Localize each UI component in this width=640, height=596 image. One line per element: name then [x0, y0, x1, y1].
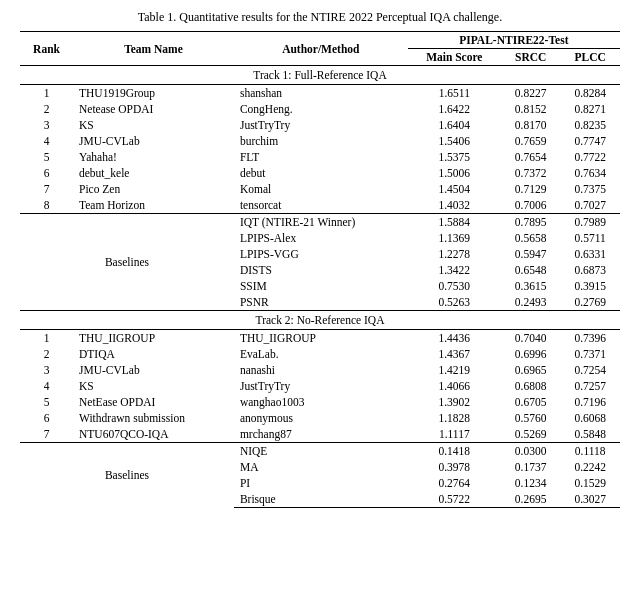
section-header-row: Track 2: No-Reference IQA	[20, 311, 620, 330]
pipal-header: PIPAL-NTIRE22-Test	[408, 32, 620, 49]
table-cell: 0.7396	[560, 330, 620, 347]
table-row: 5Yahaha!FLT1.53750.76540.7722	[20, 149, 620, 165]
table-cell: Pico Zen	[73, 181, 234, 197]
table-cell: Komal	[234, 181, 408, 197]
table-cell: 1.5406	[408, 133, 501, 149]
table-cell: 0.6873	[560, 262, 620, 278]
table-row: 1THU_IIGROUPTHU_IIGROUP1.44360.70400.739…	[20, 330, 620, 347]
table-cell: 0.7040	[501, 330, 561, 347]
table-cell: NetEase OPDAI	[73, 394, 234, 410]
table-cell: NIQE	[234, 443, 408, 460]
table-cell: 1.4504	[408, 181, 501, 197]
table-cell: 3	[20, 117, 73, 133]
table-cell: 1.3902	[408, 394, 501, 410]
table-cell: 0.5269	[501, 426, 561, 443]
table-cell: Yahaha!	[73, 149, 234, 165]
table-cell: DTIQA	[73, 346, 234, 362]
table-cell: 6	[20, 165, 73, 181]
results-table: Rank Team Name Author/Method PIPAL-NTIRE…	[20, 31, 620, 508]
table-cell: 0.2769	[560, 294, 620, 311]
table-cell: 0.2695	[501, 491, 561, 508]
table-cell: 1.6511	[408, 85, 501, 102]
table-cell: 0.8152	[501, 101, 561, 117]
table-cell: 0.7530	[408, 278, 501, 294]
table-cell: 0.2764	[408, 475, 501, 491]
table-cell: 1	[20, 85, 73, 102]
baselines-label: Baselines	[20, 214, 234, 311]
table-row: 4JMU-CVLabburchim1.54060.76590.7747	[20, 133, 620, 149]
table-cell: mrchang87	[234, 426, 408, 443]
rank-header: Rank	[20, 32, 73, 66]
table-cell: 0.7006	[501, 197, 561, 214]
main-score-header: Main Score	[408, 49, 501, 66]
table-cell: 7	[20, 426, 73, 443]
section-label: Track 2: No-Reference IQA	[20, 311, 620, 330]
table-cell: 0.2242	[560, 459, 620, 475]
table-body: Track 1: Full-Reference IQA1THU1919Group…	[20, 66, 620, 508]
table-cell: 8	[20, 197, 73, 214]
table-cell: SSIM	[234, 278, 408, 294]
table-cell: 1.6404	[408, 117, 501, 133]
table-cell: shanshan	[234, 85, 408, 102]
table-cell: 0.8284	[560, 85, 620, 102]
table-cell: 1.1828	[408, 410, 501, 426]
table-cell: 0.3915	[560, 278, 620, 294]
table-cell: 1.4436	[408, 330, 501, 347]
table-cell: LPIPS-Alex	[234, 230, 408, 246]
table-cell: 0.1529	[560, 475, 620, 491]
table-cell: 0.7257	[560, 378, 620, 394]
section-label: Track 1: Full-Reference IQA	[20, 66, 620, 85]
table-cell: 0.7989	[560, 214, 620, 231]
table-cell: 0.2493	[501, 294, 561, 311]
table-cell: 3	[20, 362, 73, 378]
table-row: 4KSJustTryTry1.40660.68080.7257	[20, 378, 620, 394]
table-cell: tensorcat	[234, 197, 408, 214]
table-cell: 7	[20, 181, 73, 197]
table-cell: 1.4219	[408, 362, 501, 378]
table-cell: 4	[20, 133, 73, 149]
table-cell: 0.7254	[560, 362, 620, 378]
table-cell: 0.7659	[501, 133, 561, 149]
table-cell: burchim	[234, 133, 408, 149]
table-cell: 0.7654	[501, 149, 561, 165]
table-cell: 1.2278	[408, 246, 501, 262]
table-cell: 2	[20, 346, 73, 362]
table-cell: 0.5760	[501, 410, 561, 426]
table-cell: 0.3978	[408, 459, 501, 475]
table-cell: 0.6965	[501, 362, 561, 378]
table-row: 3JMU-CVLabnanashi1.42190.69650.7254	[20, 362, 620, 378]
table-cell: 0.5658	[501, 230, 561, 246]
table-row: 8Team Horizontensorcat1.40320.70060.7027	[20, 197, 620, 214]
table-cell: JustTryTry	[234, 117, 408, 133]
table-cell: 0.8271	[560, 101, 620, 117]
table-row: 2DTIQAEvaLab.1.43670.69960.7371	[20, 346, 620, 362]
section-header-row: Track 1: Full-Reference IQA	[20, 66, 620, 85]
table-cell: 1.3422	[408, 262, 501, 278]
table-cell: 4	[20, 378, 73, 394]
table-cell: 1.5375	[408, 149, 501, 165]
table-cell: THU1919Group	[73, 85, 234, 102]
table-cell: Netease OPDAI	[73, 101, 234, 117]
table-cell: EvaLab.	[234, 346, 408, 362]
table-cell: 0.6068	[560, 410, 620, 426]
table-cell: 0.8170	[501, 117, 561, 133]
table-cell: THU_IIGROUP	[234, 330, 408, 347]
table-cell: 6	[20, 410, 73, 426]
table-cell: 0.7747	[560, 133, 620, 149]
table-cell: PI	[234, 475, 408, 491]
table-cell: 1	[20, 330, 73, 347]
table-cell: PSNR	[234, 294, 408, 311]
table-title: Table 1. Quantitative results for the NT…	[20, 10, 620, 25]
table-cell: Withdrawn submission	[73, 410, 234, 426]
table-cell: 0.7895	[501, 214, 561, 231]
table-cell: 1.5884	[408, 214, 501, 231]
table-cell: 0.7375	[560, 181, 620, 197]
table-cell: 0.1737	[501, 459, 561, 475]
table-cell: 0.0300	[501, 443, 561, 460]
table-row: 6debut_keledebut1.50060.73720.7634	[20, 165, 620, 181]
table-cell: 0.7371	[560, 346, 620, 362]
table-cell: 1.6422	[408, 101, 501, 117]
table-cell: JMU-CVLab	[73, 362, 234, 378]
table-cell: 0.3615	[501, 278, 561, 294]
table-cell: LPIPS-VGG	[234, 246, 408, 262]
